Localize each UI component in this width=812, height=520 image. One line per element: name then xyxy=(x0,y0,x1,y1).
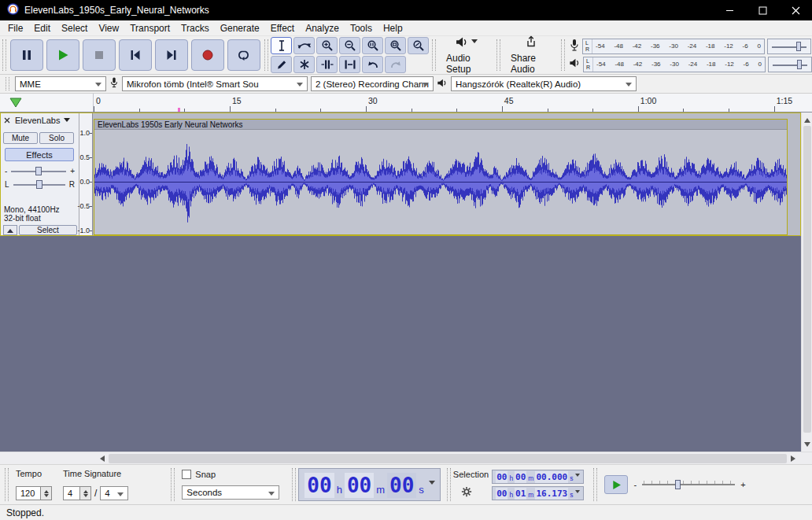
toolbar-grip[interactable] xyxy=(447,468,451,501)
menu-transport[interactable]: Transport xyxy=(124,21,175,35)
toolbar-grip[interactable] xyxy=(496,39,500,71)
recording-channels-select[interactable]: 2 (Stereo) Recording Chann xyxy=(311,76,434,91)
position-minutes[interactable]: 00 xyxy=(345,473,374,498)
position-seconds[interactable]: 00 xyxy=(387,473,416,498)
mute-button[interactable]: Mute xyxy=(3,132,38,144)
collapse-track-button[interactable] xyxy=(3,225,17,235)
toolbar-grip[interactable] xyxy=(5,468,9,501)
zoom-out-button[interactable] xyxy=(339,37,360,54)
toolbar-grip[interactable] xyxy=(432,39,436,71)
loop-button[interactable] xyxy=(227,39,260,71)
audio-setup-button[interactable]: Audio Setup xyxy=(438,36,494,74)
draw-tool-button[interactable] xyxy=(271,56,292,73)
zoom-in-button[interactable] xyxy=(316,37,338,54)
vertical-scrollbar-thumb[interactable] xyxy=(803,126,811,433)
horizontal-scrollbar-thumb[interactable] xyxy=(109,454,787,463)
spin-up-icon[interactable] xyxy=(41,487,51,493)
snap-checkbox[interactable] xyxy=(182,470,191,479)
toolbar-grip[interactable] xyxy=(171,468,175,501)
zoom-to-selection-button[interactable] xyxy=(362,37,383,54)
menu-tracks[interactable]: Tracks xyxy=(175,21,215,35)
audio-host-select[interactable]: MME xyxy=(15,76,106,91)
track-close-icon[interactable] xyxy=(2,116,12,125)
redo-button[interactable] xyxy=(385,56,406,73)
selection-tool-button[interactable] xyxy=(271,37,292,54)
silence-audio-button[interactable] xyxy=(339,56,360,73)
zoom-toggle-button[interactable] xyxy=(408,37,429,54)
slider-thumb[interactable] xyxy=(797,60,802,69)
track-area[interactable]: ElevenLabs Mute Solo Effects - + L R Mon… xyxy=(0,112,812,452)
play-button[interactable] xyxy=(46,39,79,71)
stop-button[interactable] xyxy=(83,39,116,71)
skip-to-end-button[interactable] xyxy=(155,39,188,71)
solo-button[interactable]: Solo xyxy=(39,132,74,144)
recording-meter[interactable]: LR-54-48-42-36-30-24-18-12-60 xyxy=(569,39,812,54)
toolbar-grip[interactable] xyxy=(292,468,296,501)
chevron-down-icon[interactable] xyxy=(575,490,580,496)
menu-generate[interactable]: Generate xyxy=(215,21,265,35)
toolbar-grip[interactable] xyxy=(593,468,597,501)
multi-tool-button[interactable] xyxy=(293,56,315,73)
toolbar-grip[interactable] xyxy=(2,39,6,71)
maximize-button[interactable] xyxy=(746,0,779,20)
toolbar-grip[interactable] xyxy=(6,77,9,90)
scroll-down-arrow[interactable] xyxy=(802,440,812,452)
slider-thumb[interactable] xyxy=(675,480,681,489)
selection-end-display[interactable]: 00h 01m 16.173s xyxy=(492,486,584,500)
pause-button[interactable] xyxy=(10,39,43,71)
snap-mode-select[interactable]: Seconds xyxy=(182,485,279,500)
recording-volume-slider[interactable] xyxy=(767,39,811,54)
chevron-down-icon[interactable] xyxy=(575,474,580,479)
spin-down-icon[interactable] xyxy=(80,493,90,500)
envelope-tool-button[interactable] xyxy=(293,37,315,54)
audio-position-display[interactable]: 00h 00m 00s xyxy=(298,468,441,501)
track-menu-caret-icon[interactable] xyxy=(64,118,70,125)
track-row[interactable]: ElevenLabs Mute Solo Effects - + L R Mon… xyxy=(0,112,801,236)
scroll-right-arrow[interactable] xyxy=(788,452,801,465)
skip-to-start-button[interactable] xyxy=(119,39,152,71)
vertical-scrollbar[interactable] xyxy=(801,112,812,452)
tempo-spinner[interactable]: 120 xyxy=(16,486,52,500)
position-hours[interactable]: 00 xyxy=(304,473,334,498)
audio-clip[interactable]: ElevenLabs 1950s Early Neural Networks xyxy=(94,119,788,235)
record-button[interactable] xyxy=(191,39,224,71)
menu-view[interactable]: View xyxy=(93,21,124,35)
track-name[interactable]: ElevenLabs xyxy=(15,116,61,125)
spin-up-icon[interactable] xyxy=(80,487,90,493)
menu-edit[interactable]: Edit xyxy=(28,21,56,35)
timeline-scale[interactable]: 01530451:001:15 xyxy=(93,94,801,112)
undo-button[interactable] xyxy=(362,56,383,73)
spin-down-icon[interactable] xyxy=(41,493,51,500)
close-button[interactable] xyxy=(779,0,812,20)
scroll-up-arrow[interactable] xyxy=(802,112,812,124)
slider-thumb[interactable] xyxy=(796,42,801,51)
waveform-canvas[interactable] xyxy=(94,130,787,234)
slider-thumb[interactable] xyxy=(36,180,42,189)
time-signature-upper[interactable]: 4 xyxy=(63,486,80,500)
tempo-value[interactable]: 120 xyxy=(16,486,41,500)
playback-meter[interactable]: LR-54-48-42-36-30-24-18-12-60 xyxy=(569,57,812,72)
gain-slider[interactable] xyxy=(9,166,68,176)
clip-header[interactable]: ElevenLabs 1950s Early Neural Networks xyxy=(94,120,787,130)
menu-analyze[interactable]: Analyze xyxy=(300,21,345,35)
scroll-left-arrow[interactable] xyxy=(94,452,107,465)
toolbar-grip[interactable] xyxy=(561,39,565,71)
toolbar-grip[interactable] xyxy=(264,39,268,71)
selection-start-display[interactable]: 00h 00m 00.000s xyxy=(492,470,584,484)
track-select-button[interactable]: Select xyxy=(19,225,77,235)
effects-button[interactable]: Effects xyxy=(5,148,74,161)
minimize-button[interactable] xyxy=(713,0,746,20)
menu-select[interactable]: Select xyxy=(56,21,93,35)
play-at-speed-button[interactable] xyxy=(604,475,628,494)
pinned-play-head-icon[interactable] xyxy=(9,98,22,110)
menu-help[interactable]: Help xyxy=(378,21,408,35)
time-signature-upper-spinner[interactable]: 4 xyxy=(63,486,91,500)
recording-device-select[interactable]: Mikrofon tömb (Intel® Smart Sou xyxy=(122,76,308,91)
playback-volume-slider[interactable] xyxy=(768,57,812,72)
time-signature-lower-select[interactable]: 4 xyxy=(100,486,128,500)
selection-settings-gear-icon[interactable] xyxy=(461,486,472,500)
share-audio-button[interactable]: Share Audio xyxy=(503,36,559,74)
zoom-to-fit-button[interactable] xyxy=(385,37,406,54)
vertical-amplitude-ruler[interactable]: 1.00.50.0-0.5-1.0 xyxy=(79,113,93,235)
timeline-ruler[interactable]: 01530451:001:15 xyxy=(0,94,812,112)
